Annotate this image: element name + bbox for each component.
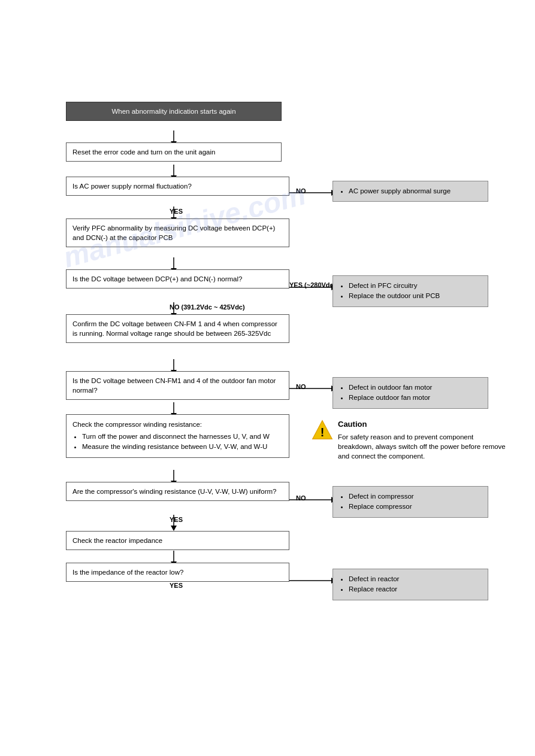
reactor-defect-box: Defect in reactor Replace reactor — [333, 569, 488, 600]
cn-fm-question-box: Is the DC voltage between CN-FM1 and 4 o… — [66, 371, 289, 400]
confirm-dc-box: Confirm the DC voltage between CN-FM 1 a… — [66, 314, 289, 343]
impedance-question-box: Is the impedance of the reactor low? — [66, 563, 289, 582]
reactor-defect-item2: Replace reactor — [349, 584, 482, 594]
ac-abnormal-item: AC power supply abnormal surge — [349, 186, 482, 196]
svg-text:!: ! — [321, 426, 325, 439]
winding-bullet1: Turn off the power and disconnect the ha… — [82, 432, 283, 442]
ac-abnormal-box: AC power supply abnormal surge — [333, 181, 488, 202]
dc-no-label: NO (391.2Vdc ~ 425Vdc) — [170, 303, 245, 311]
ac-question-box: Is AC power supply normal fluctuation? — [66, 177, 289, 196]
pfc-defect-item2: Replace the outdoor unit PCB — [349, 291, 482, 301]
check-reactor-box: Check the reactor impedance — [66, 531, 289, 550]
impedance-yes-label: YES — [170, 582, 183, 589]
fan-defect-box: Defect in outdoor fan motor Replace outd… — [333, 377, 488, 409]
compressor-defect-item1: Defect in compressor — [349, 491, 482, 502]
flowchart-container: manualsihive.com — [0, 0, 535, 132]
compressor-defect-item2: Replace compressor — [349, 502, 482, 512]
fan-defect-item2: Replace outdoor fan motor — [349, 393, 482, 403]
ac-no-label: NO — [296, 187, 306, 195]
verify-pfc-box: Verify PFC abnormality by measuring DC v… — [66, 218, 289, 247]
reset-box: Reset the error code and turn on the uni… — [66, 142, 282, 162]
reactor-defect-item1: Defect in reactor — [349, 574, 482, 584]
fan-defect-item1: Defect in outdoor fan motor — [349, 382, 482, 393]
winding-bullet2: Measure the winding resistance between U… — [82, 442, 283, 452]
pfc-defect-item1: Defect in PFC circuitry — [349, 281, 482, 291]
winding-check-box: Check the compressor winding resistance:… — [66, 414, 289, 458]
caution-text: For safety reason and to prevent compone… — [338, 432, 509, 461]
winding-question-box: Are the compressor's winding resistance … — [66, 482, 289, 501]
start-box: When abnormality indication starts again — [66, 102, 282, 121]
caution-box: ! Caution For safety reason and to preve… — [312, 419, 509, 461]
svg-marker-25 — [171, 526, 177, 531]
compressor-defect-box: Defect in compressor Replace compressor — [333, 486, 488, 518]
winding-yes-label: YES — [170, 516, 183, 523]
dc-yes-label: YES (~280Vdc) — [289, 281, 335, 289]
caution-label: Caution — [338, 420, 367, 429]
dc-question-box: Is the DC voltage between DCP(+) and DCN… — [66, 269, 289, 289]
pfc-defect-box: Defect in PFC circuitry Replace the outd… — [333, 275, 488, 307]
caution-triangle-icon: ! — [312, 419, 333, 441]
winding-check-title: Check the compressor winding resistance: — [72, 420, 283, 429]
ac-yes-label: YES — [170, 208, 183, 215]
cn-fm-no-label: NO — [296, 383, 306, 390]
winding-no-label: NO — [296, 494, 306, 502]
